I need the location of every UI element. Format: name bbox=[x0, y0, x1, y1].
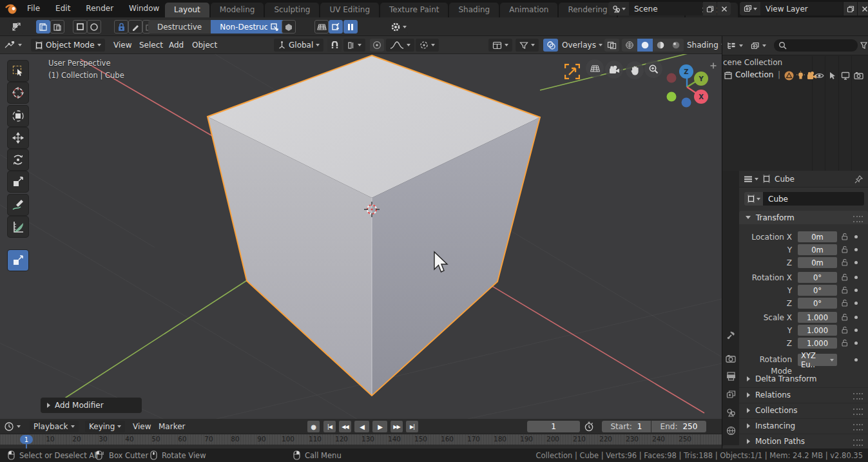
boolean-live-toggle[interactable] bbox=[267, 20, 282, 34]
hide-eye-icon[interactable] bbox=[815, 72, 824, 79]
object-name-input[interactable]: Cube bbox=[763, 192, 864, 206]
scale-y-field[interactable]: 1.000 bbox=[798, 325, 837, 336]
navigation-gizmo[interactable]: Z Y X bbox=[659, 64, 717, 113]
tab-modeling[interactable]: Modeling bbox=[211, 3, 264, 17]
selectable-pointer-icon[interactable] bbox=[829, 72, 836, 80]
animate-dot[interactable] bbox=[854, 261, 858, 264]
filter-dropdown[interactable] bbox=[516, 39, 539, 52]
add-modifier-button[interactable]: Add Modifier bbox=[41, 398, 142, 413]
lock-icon[interactable] bbox=[841, 339, 849, 347]
cube-object[interactable] bbox=[207, 55, 540, 396]
camera-view-button[interactable] bbox=[605, 61, 623, 79]
current-frame-field[interactable]: 1 bbox=[527, 421, 580, 432]
jump-to-start-button[interactable]: |◀ bbox=[323, 421, 336, 432]
panel-relations[interactable]: Relations bbox=[739, 387, 868, 401]
blender-logo-icon[interactable] bbox=[5, 3, 18, 15]
tab-shading[interactable]: Shading bbox=[449, 3, 499, 17]
timeline-menu-marker[interactable]: Marker bbox=[159, 421, 185, 432]
animate-dot[interactable] bbox=[854, 316, 858, 319]
tab-active-tool[interactable] bbox=[722, 327, 739, 343]
mode-a-toggle[interactable] bbox=[36, 20, 50, 34]
animate-dot[interactable] bbox=[854, 342, 858, 345]
proportional-editing-button[interactable] bbox=[370, 39, 384, 52]
editor-type-button[interactable] bbox=[4, 39, 22, 52]
panel-grip[interactable] bbox=[853, 216, 863, 222]
tab-texture-paint[interactable]: Texture Paint bbox=[380, 3, 448, 17]
location-x-field[interactable]: 0m bbox=[798, 231, 837, 242]
viewport-disable-icon[interactable] bbox=[841, 72, 850, 80]
lock-icon[interactable] bbox=[841, 313, 849, 322]
measure-tool[interactable] bbox=[8, 217, 28, 237]
scale-tool[interactable] bbox=[8, 171, 28, 192]
tab-layout[interactable]: Layout bbox=[165, 3, 209, 17]
transform-tool[interactable] bbox=[8, 106, 28, 126]
falloff-dropdown[interactable] bbox=[386, 39, 414, 52]
material-shading-button[interactable] bbox=[653, 39, 668, 52]
annotate-tool[interactable] bbox=[8, 195, 28, 215]
start-frame-field[interactable]: Start: 1 bbox=[602, 421, 651, 432]
panel-grip[interactable] bbox=[853, 393, 863, 399]
mode-dropdown[interactable]: Object Mode bbox=[31, 39, 105, 52]
next-keyframe-button[interactable]: ▶▶ bbox=[391, 421, 403, 432]
menu-view[interactable]: View bbox=[110, 39, 135, 52]
outliner-filter-icon[interactable] bbox=[860, 42, 867, 49]
object-types-visibility-dropdown[interactable] bbox=[488, 39, 512, 52]
animate-dot[interactable] bbox=[854, 235, 858, 238]
menu-render[interactable]: Render bbox=[78, 0, 121, 17]
timeline-editor-type-button[interactable] bbox=[4, 421, 21, 432]
tab-render[interactable] bbox=[722, 350, 739, 367]
play-backwards-button[interactable]: ◀ bbox=[354, 421, 369, 432]
view-layer-copy-button[interactable] bbox=[844, 2, 857, 15]
playhead-marker[interactable]: 1 bbox=[20, 435, 33, 444]
menu-object[interactable]: Object bbox=[188, 39, 221, 52]
annotate-pencil-button[interactable] bbox=[128, 20, 142, 34]
wireframe-shading-button[interactable] bbox=[622, 39, 637, 52]
overlays-toggle[interactable] bbox=[543, 39, 558, 52]
rotation-z-field[interactable]: 0° bbox=[798, 298, 837, 309]
panel-delta-transform[interactable]: Delta Transform bbox=[739, 372, 868, 386]
lock-icon[interactable] bbox=[841, 299, 849, 307]
boxcutter-tool[interactable] bbox=[8, 250, 28, 271]
lock-icon[interactable] bbox=[841, 273, 849, 282]
timeline-menu-view[interactable]: View bbox=[133, 421, 151, 432]
scene-copy-button[interactable] bbox=[703, 2, 717, 15]
tab-animation[interactable]: Animation bbox=[500, 3, 557, 17]
keying-dropdown[interactable]: Keying bbox=[85, 421, 125, 432]
panel-collections[interactable]: Collections bbox=[739, 403, 868, 417]
lock-icon[interactable] bbox=[841, 326, 849, 334]
mode-b-toggle[interactable] bbox=[50, 20, 64, 34]
gizmo-x-axis[interactable]: X bbox=[694, 90, 708, 104]
tab-sculpting[interactable]: Sculpting bbox=[265, 3, 319, 17]
toggle-grid-button[interactable] bbox=[586, 59, 604, 77]
prev-keyframe-button[interactable]: ◀◀ bbox=[339, 421, 351, 432]
scale-z-field[interactable]: 1.000 bbox=[798, 338, 837, 349]
cursor-tool[interactable] bbox=[8, 82, 28, 103]
animate-dot[interactable] bbox=[854, 358, 858, 361]
pan-view-button[interactable] bbox=[626, 61, 644, 79]
select-box-tool[interactable] bbox=[8, 61, 28, 81]
settings-gear-button[interactable] bbox=[389, 20, 408, 34]
xray-toggle[interactable] bbox=[604, 39, 619, 52]
lock-icon[interactable] bbox=[841, 258, 849, 267]
object-id-icon-button[interactable] bbox=[744, 192, 763, 206]
scene-name-field[interactable]: Scene bbox=[629, 2, 702, 15]
outliner-search-input[interactable] bbox=[774, 39, 858, 52]
record-button[interactable]: ● bbox=[307, 421, 320, 432]
rotate-tool[interactable] bbox=[8, 149, 28, 170]
lock-icon[interactable] bbox=[841, 245, 849, 254]
tab-view-layer[interactable] bbox=[722, 386, 739, 403]
pin-icon[interactable] bbox=[854, 175, 863, 184]
collection-row[interactable]: Collection | bbox=[722, 70, 868, 81]
panel-grip[interactable] bbox=[853, 439, 863, 446]
menu-window[interactable]: Window bbox=[121, 0, 167, 17]
gizmo-z-axis[interactable]: Z bbox=[679, 64, 693, 79]
snap-settings-dropdown[interactable] bbox=[343, 39, 365, 52]
tab-scene[interactable] bbox=[722, 404, 739, 421]
animate-dot[interactable] bbox=[854, 276, 858, 279]
rotation-mode-dropdown[interactable]: XYZ Eu.. bbox=[798, 354, 837, 366]
animate-dot[interactable] bbox=[854, 248, 858, 251]
overlays-dropdown[interactable]: Overlays bbox=[562, 39, 603, 52]
pause-button[interactable] bbox=[343, 20, 358, 34]
panel-motion-paths[interactable]: Motion Paths bbox=[739, 434, 868, 448]
lock-toggle[interactable] bbox=[114, 20, 128, 34]
